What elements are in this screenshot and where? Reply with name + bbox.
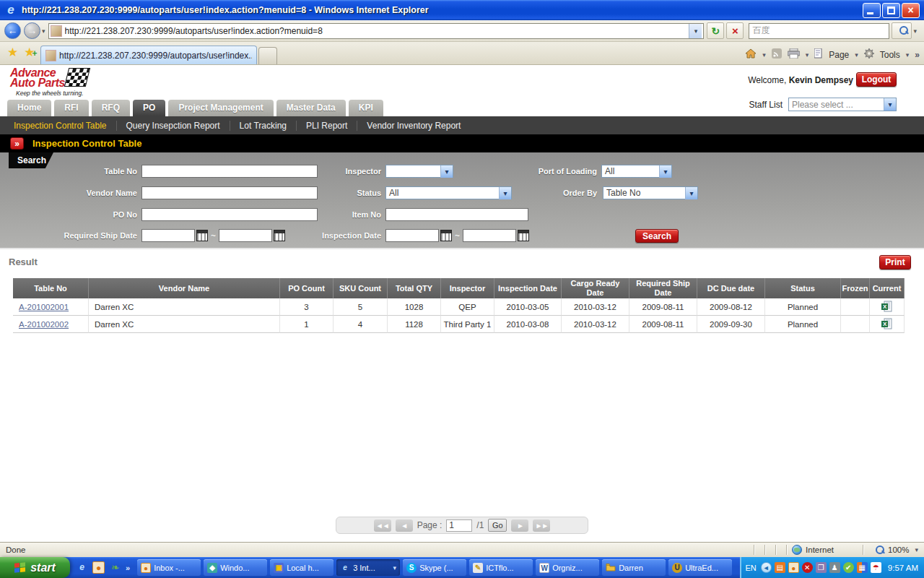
page-menu[interactable]: Page (829, 50, 849, 60)
inspection-date-to-input[interactable] (463, 229, 516, 242)
quicklaunch-ie-icon[interactable]: e (76, 561, 88, 574)
taskbar-button-ultraedit[interactable]: U UltraEd... (668, 559, 732, 576)
tray-avira-icon[interactable]: ☂ (871, 562, 881, 573)
subnav-inspection-control-table[interactable]: Inspection Control Table (4, 121, 117, 131)
search-button[interactable]: Search (635, 229, 679, 243)
col-inspection-date: Inspection Date (494, 278, 562, 298)
taskbar-button-windows[interactable]: ◆ Windo... (204, 559, 267, 576)
start-button[interactable]: start (0, 557, 70, 578)
go-button[interactable]: Go (488, 519, 507, 532)
last-page-button[interactable]: ►► (533, 519, 550, 532)
refresh-button[interactable]: ↻ (707, 22, 724, 39)
forward-button[interactable]: → (24, 22, 40, 39)
language-indicator[interactable]: EN (746, 564, 757, 572)
status-select[interactable]: All ▾ (385, 186, 512, 199)
print-button[interactable]: Print (879, 255, 911, 269)
favorites-icon[interactable]: ★ (7, 45, 18, 60)
tray-user-icon[interactable]: ♟ (829, 562, 840, 573)
browser-tab[interactable]: http://221.238.207.230:9999/autoparts/us… (40, 46, 257, 64)
tray-update-check-icon[interactable]: ✔ (843, 562, 854, 573)
tray-collapse-icon[interactable]: ◄ (761, 562, 772, 573)
search-go-button[interactable] (892, 22, 912, 39)
address-dropdown-icon[interactable]: ▾ (689, 24, 702, 38)
page-number-input[interactable] (446, 519, 472, 532)
back-button[interactable]: ← (4, 22, 21, 39)
calendar-icon[interactable] (440, 230, 452, 241)
taskbar-button-internet-group[interactable]: e 3 Int... ▾ (336, 559, 400, 576)
staff-list-select[interactable]: Please select ... ▾ (788, 98, 897, 111)
home-dropdown-icon[interactable]: ▾ (762, 51, 766, 59)
new-tab-stub[interactable] (258, 47, 277, 64)
quicklaunch-bird-icon[interactable]: ❧ (109, 561, 121, 574)
current-cell: X (870, 316, 905, 333)
item-no-input[interactable] (385, 208, 528, 221)
taskbar-button-local[interactable]: ▣ Local h... (270, 559, 334, 576)
maximize-button[interactable] (882, 3, 900, 18)
address-input[interactable] (65, 26, 689, 36)
print-dropdown-icon[interactable]: ▾ (806, 51, 809, 59)
taskbar-button-ictflow[interactable]: ✎ ICTflo... (469, 559, 533, 576)
required-ship-date-from-input[interactable] (141, 229, 195, 242)
search-options-icon[interactable]: ▾ (913, 27, 917, 35)
calendar-icon[interactable] (274, 230, 285, 241)
print-icon[interactable] (788, 48, 800, 61)
tab-rfq[interactable]: RFQ (92, 100, 130, 116)
page-menu-dropdown-icon[interactable]: ▾ (855, 51, 858, 59)
taskbar-button-inbox[interactable]: ● Inbox -... (137, 559, 201, 576)
tab-project-management[interactable]: Project Management (168, 100, 273, 116)
tools-gear-icon (864, 48, 874, 61)
item-no-label: Item No (289, 208, 381, 221)
window-titlebar: e http://221.238.207.230:9999/autoparts/… (0, 0, 924, 20)
toolbar-overflow-icon[interactable]: » (915, 50, 920, 60)
stop-button[interactable]: × (726, 22, 744, 39)
po-count-cell: 1 (280, 316, 334, 333)
inspector-select[interactable]: ▾ (385, 165, 453, 178)
tools-menu[interactable]: Tools (880, 50, 900, 60)
required-ship-date-to-input[interactable] (219, 229, 272, 242)
order-by-select[interactable]: Table No ▾ (603, 186, 698, 199)
subnav-lot-tracking[interactable]: Lot Tracking (230, 121, 297, 131)
inspection-date-from-input[interactable] (385, 229, 439, 242)
tray-grid-icon[interactable]: ▦ (857, 562, 868, 573)
calendar-icon[interactable] (196, 230, 208, 241)
logout-button[interactable]: Logout (856, 72, 897, 87)
excel-export-icon[interactable]: X (881, 318, 892, 331)
tray-app-icon[interactable]: ▤ (775, 562, 785, 573)
minimize-button[interactable] (863, 3, 881, 18)
calendar-icon[interactable] (518, 230, 529, 241)
zoom-dropdown-icon[interactable]: ▾ (915, 546, 918, 553)
tab-rfi[interactable]: RFI (54, 100, 88, 116)
close-button[interactable]: × (902, 3, 920, 18)
address-field[interactable]: ▾ (48, 23, 705, 39)
home-icon[interactable] (745, 48, 757, 61)
subnav-vendor-inventory-report[interactable]: Vendor Inventory Report (357, 121, 470, 131)
tab-home[interactable]: Home (7, 100, 51, 116)
tray-network-icon[interactable]: ❐ (816, 562, 827, 573)
excel-export-icon[interactable]: X (881, 301, 892, 314)
history-dropdown-icon[interactable]: ▾ (42, 27, 45, 35)
quicklaunch-overflow-icon[interactable]: » (126, 564, 130, 572)
port-of-loading-select[interactable]: All ▾ (601, 165, 672, 178)
tab-kpi[interactable]: KPI (349, 100, 383, 116)
prev-page-button[interactable]: ◄ (396, 519, 413, 532)
table-no-link[interactable]: A-201002002 (19, 320, 69, 329)
tools-menu-dropdown-icon[interactable]: ▾ (906, 51, 910, 59)
table-no-link[interactable]: A-201002001 (19, 303, 69, 311)
tray-clock-icon[interactable]: ● (788, 562, 799, 573)
next-page-button[interactable]: ► (511, 519, 528, 532)
web-search-box[interactable] (749, 23, 889, 39)
first-page-button[interactable]: ◄◄ (374, 519, 391, 532)
tray-security-shield-icon[interactable]: ✕ (802, 562, 813, 573)
tab-po[interactable]: PO (133, 100, 165, 116)
window-title: http://221.238.207.230:9999/autoparts/us… (22, 5, 863, 15)
taskbar-button-word[interactable]: W Orgniz... (536, 559, 599, 576)
quicklaunch-clock-icon[interactable]: ● (92, 561, 105, 574)
web-search-input[interactable] (752, 26, 886, 36)
subnav-pli-report[interactable]: PLI Report (297, 121, 357, 131)
add-favorite-icon[interactable]: ★+ (24, 45, 37, 60)
subnav-query-inspection-report[interactable]: Query Insepction Report (117, 121, 230, 131)
taskbar-button-skype[interactable]: S Skype (... (403, 559, 466, 576)
taskbar-button-folder[interactable]: Darren (602, 559, 666, 576)
tab-master-data[interactable]: Master Data (276, 100, 346, 116)
rss-icon[interactable] (772, 48, 782, 61)
